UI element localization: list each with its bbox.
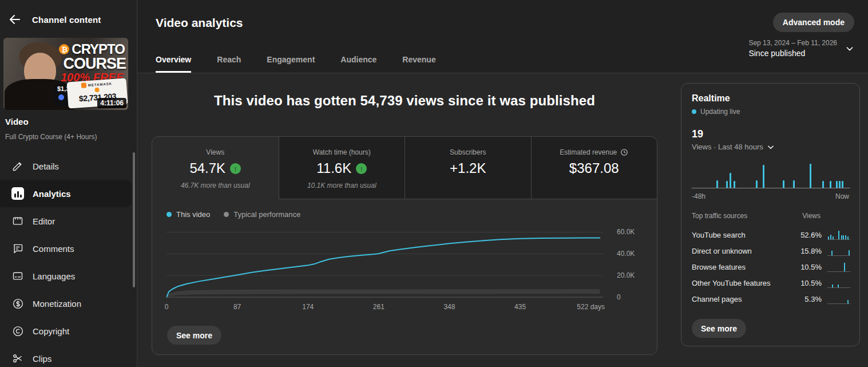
chevron-down-icon xyxy=(767,143,775,151)
subtitles-icon xyxy=(11,269,25,283)
date-range: Sep 13, 2024 – Feb 11, 2026 xyxy=(748,39,837,47)
legend-dot xyxy=(167,212,172,217)
video-duration-badge: 4:11:06 xyxy=(97,98,126,108)
realtime-card: Realtime Updating live 19 Views · Last 4… xyxy=(681,83,860,346)
page-title: Video analytics xyxy=(156,16,243,30)
clock-icon xyxy=(620,148,628,156)
chevron-down-icon xyxy=(845,44,854,53)
see-more-button[interactable]: See more xyxy=(692,319,746,338)
copyright-icon xyxy=(11,324,25,338)
sidebar-item-analytics[interactable]: Analytics xyxy=(0,180,132,207)
legend-typical-performance: Typical performance xyxy=(224,210,300,219)
views-line-chart xyxy=(167,227,603,298)
updating-live-label: Updating live xyxy=(700,108,740,116)
video-kind-label: Video xyxy=(5,117,29,127)
dollar-circle-icon xyxy=(11,297,25,310)
tab-engagement[interactable]: Engagement xyxy=(267,55,315,73)
traffic-sparkline xyxy=(827,294,850,304)
realtime-views-selector[interactable]: Views · Last 48 hours xyxy=(692,143,775,151)
video-thumbnail[interactable]: ₿CRYPTO COURSE 100% FREE $1,369,029 > ME… xyxy=(3,38,128,110)
tab-reach[interactable]: Reach xyxy=(217,55,241,73)
traffic-row-channel-pages[interactable]: Channel pages 5.3% xyxy=(692,291,850,307)
trend-up-icon: ↑ xyxy=(356,163,367,174)
realtime-title: Realtime xyxy=(692,93,730,104)
video-title: Full Crypto Course (4+ Hours) xyxy=(5,133,97,141)
back-arrow-icon[interactable] xyxy=(8,13,22,26)
thumbnail-text-course: COURSE xyxy=(63,55,126,73)
back-row: Channel content xyxy=(0,7,137,32)
sidebar-scrollbar[interactable] xyxy=(133,152,135,287)
back-title: Channel content xyxy=(32,15,101,25)
realtime-bar-chart xyxy=(692,163,850,188)
advanced-mode-button[interactable]: Advanced mode xyxy=(773,13,854,32)
sidebar-item-details[interactable]: Details xyxy=(0,152,137,180)
legend-dot xyxy=(224,212,229,217)
traffic-sparkline xyxy=(827,278,850,288)
trend-up-icon: ↑ xyxy=(230,163,241,174)
metric-watch-time[interactable]: Watch time (hours) 11.6K↑ 10.1K more tha… xyxy=(279,137,405,199)
traffic-sources-table: YouTube search 52.6% Direct or unknown 1… xyxy=(692,227,850,307)
sidebar-item-languages[interactable]: Languages xyxy=(0,262,137,290)
traffic-sources-header: Top traffic sources Views xyxy=(692,212,850,220)
scissors-icon xyxy=(11,352,25,365)
traffic-sparkline xyxy=(827,246,850,256)
sidebar: Channel content ₿CRYPTO COURSE 100% FREE… xyxy=(0,0,137,367)
traffic-row-browse-features[interactable]: Browse features 10.5% xyxy=(692,259,850,275)
bitcoin-icon: ₿ xyxy=(59,44,69,54)
sidebar-item-copyright[interactable]: Copyright xyxy=(0,317,137,345)
bar-chart-icon xyxy=(11,187,25,200)
comment-bubble-icon xyxy=(11,242,25,255)
sidebar-item-monetization[interactable]: Monetization xyxy=(0,290,137,317)
live-dot-icon xyxy=(692,109,696,114)
sidebar-menu: Details Analytics Editor Comments Langua… xyxy=(0,152,137,367)
traffic-sparkline xyxy=(827,230,850,240)
see-more-button[interactable]: See more xyxy=(167,326,221,345)
metric-strip: Views 54.7K↑ 46.7K more than usual Watch… xyxy=(152,137,657,199)
chart-legend: This video Typical performance xyxy=(167,210,300,219)
traffic-sparkline xyxy=(827,262,850,272)
date-range-picker[interactable]: Sep 13, 2024 – Feb 11, 2026 Since publis… xyxy=(748,39,854,58)
metric-views[interactable]: Views 54.7K↑ 46.7K more than usual xyxy=(152,137,279,199)
analytics-tabs: Overview Reach Engagement Audience Reven… xyxy=(156,55,436,73)
film-strip-icon xyxy=(11,214,25,228)
pencil-icon xyxy=(11,159,25,173)
tab-revenue[interactable]: Revenue xyxy=(402,55,435,73)
metamask-fox-icon xyxy=(81,82,87,88)
sidebar-item-editor[interactable]: Editor xyxy=(0,207,137,235)
overview-chart-card: Views 54.7K↑ 46.7K more than usual Watch… xyxy=(152,136,657,355)
traffic-row-other-youtube-features[interactable]: Other YouTube features 10.5% xyxy=(692,275,850,291)
coin-icon xyxy=(94,88,100,93)
sidebar-item-comments[interactable]: Comments xyxy=(0,235,137,262)
legend-this-video: This video xyxy=(167,210,210,219)
traffic-row-direct-or-unknown[interactable]: Direct or unknown 15.8% xyxy=(692,243,850,259)
headline: This video has gotten 54,739 views since… xyxy=(152,93,657,109)
tab-audience[interactable]: Audience xyxy=(340,55,376,73)
realtime-views-count: 19 xyxy=(692,128,703,140)
tab-overview[interactable]: Overview xyxy=(156,55,191,73)
metric-subscribers[interactable]: Subscribers +1.2K xyxy=(405,137,531,199)
metric-estimated-revenue[interactable]: Estimated revenue $367.08 xyxy=(531,137,657,199)
date-mode: Since published xyxy=(748,49,837,58)
axis-label-48h: -48h xyxy=(692,192,706,200)
traffic-row-youtube-search[interactable]: YouTube search 52.6% xyxy=(692,227,850,243)
sidebar-item-clips[interactable]: Clips xyxy=(0,345,137,367)
header: Video analytics Overview Reach Engagemen… xyxy=(138,0,868,73)
axis-label-now: Now xyxy=(835,192,849,200)
